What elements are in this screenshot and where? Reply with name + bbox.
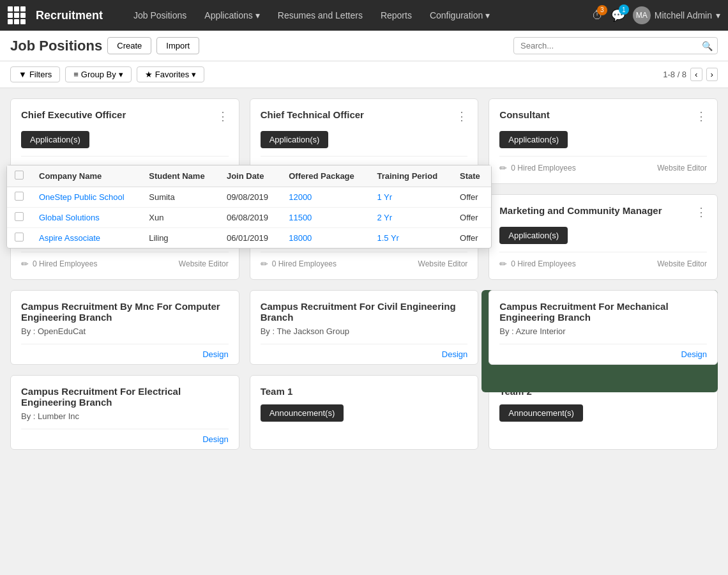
- create-button[interactable]: Create: [107, 37, 151, 54]
- table-row: OneStep Public School Sumita 09/08/2019 …: [7, 187, 491, 208]
- nav-reports[interactable]: Reports: [373, 6, 420, 24]
- nav-configuration[interactable]: Configuration ▾: [422, 6, 497, 24]
- design-link[interactable]: Design: [499, 344, 707, 364]
- job-card-marketing: Marketing and Community Manager ⋮ Applic…: [489, 194, 718, 280]
- activity-icon[interactable]: ⏱ 3: [592, 9, 603, 22]
- star-icon: ★: [145, 70, 153, 79]
- user-menu[interactable]: MA Mitchell Admin ▾: [633, 6, 720, 24]
- join-date: 06/01/2019: [219, 228, 281, 249]
- chevron-down-icon2: ▾: [192, 70, 196, 79]
- select-all-checkbox[interactable]: [15, 171, 24, 180]
- applications-button[interactable]: Application(s): [499, 227, 568, 244]
- state: Offer: [452, 187, 491, 208]
- toolbar-left: Job Positions Create Import: [10, 37, 199, 54]
- col-state: State: [452, 165, 491, 187]
- card-menu-icon[interactable]: ⋮: [217, 109, 229, 123]
- prev-page-button[interactable]: ‹: [690, 68, 702, 81]
- main-content: Chief Executive Officer ⋮ Application(s)…: [0, 88, 728, 571]
- package: 18000: [281, 228, 369, 249]
- edit-icon: ✏: [499, 259, 507, 269]
- announcement-button[interactable]: Announcement(s): [261, 404, 344, 422]
- job-card-consultant: Consultant ⋮ Application(s) ✏ 0 Hired Em…: [489, 98, 718, 184]
- join-date: 06/08/2019: [219, 208, 281, 228]
- team-card-1: Team 1 Announcement(s): [250, 375, 479, 450]
- recruit-title: Campus Recruitment For Electrical Engine…: [21, 386, 229, 408]
- app-grid-icon[interactable]: [8, 6, 26, 24]
- design-link[interactable]: Design: [21, 344, 229, 364]
- import-button[interactable]: Import: [156, 37, 199, 54]
- card-title: Chief Technical Officer: [261, 109, 364, 120]
- page-title: Job Positions: [10, 38, 102, 54]
- avatar: MA: [633, 6, 651, 24]
- card-title: Marketing and Community Manager: [499, 205, 662, 216]
- recruit-card-mechanical: Campus Recruitment For Mechanical Engine…: [489, 290, 718, 365]
- training: 1.5 Yr: [369, 228, 452, 249]
- nav-job-positions[interactable]: Job Positions: [126, 6, 194, 24]
- applications-button[interactable]: Application(s): [21, 131, 89, 148]
- team-title: Team 1: [261, 386, 468, 397]
- applications-button[interactable]: Application(s): [499, 131, 568, 148]
- search-input[interactable]: [513, 37, 718, 54]
- top-navigation: Recruitment Job Positions Applications ▾…: [0, 0, 728, 31]
- card-menu-icon[interactable]: ⋮: [456, 109, 467, 123]
- card-menu-icon[interactable]: ⋮: [695, 109, 707, 123]
- brand-name: Recruitment: [36, 9, 103, 22]
- design-link[interactable]: Design: [261, 344, 468, 364]
- toolbar: Job Positions Create Import 🔍: [0, 31, 728, 61]
- card-title: Chief Executive Officer: [21, 109, 126, 120]
- filters-button[interactable]: ▼ Filters: [10, 66, 60, 82]
- chevron-down-icon: ▾: [119, 70, 123, 79]
- row-checkbox[interactable]: [15, 233, 24, 241]
- training: 1 Yr: [369, 187, 452, 208]
- company-name[interactable]: Global Solutions: [31, 208, 141, 228]
- col-company: Company Name: [31, 165, 141, 187]
- student-name: Xun: [141, 208, 219, 228]
- training: 2 Yr: [369, 208, 452, 228]
- next-page-button[interactable]: ›: [706, 68, 718, 81]
- col-student: Student Name: [141, 165, 219, 187]
- recruit-title: Campus Recruitment For Mechanical Engine…: [499, 301, 707, 323]
- table-row: Aspire Associate Liling 06/01/2019 18000…: [7, 228, 491, 249]
- recruit-by: By : The Jackson Group: [261, 326, 468, 336]
- card-menu-icon[interactable]: ⋮: [695, 205, 707, 219]
- row-checkbox[interactable]: [15, 192, 24, 201]
- nav-applications[interactable]: Applications ▾: [197, 6, 268, 24]
- company-name[interactable]: Aspire Associate: [31, 228, 141, 249]
- student-name: Liling: [141, 228, 219, 249]
- package: 12000: [281, 187, 369, 208]
- toolbar-right: 🔍: [513, 37, 718, 54]
- design-link[interactable]: Design: [21, 429, 229, 449]
- campus-table: Company Name Student Name Join Date Offe…: [7, 165, 491, 248]
- edit-icon: ✏: [261, 259, 268, 269]
- list-icon: ≡: [73, 70, 79, 79]
- recruit-title: Campus Recruitment For Civil Engineering…: [261, 301, 468, 323]
- groupby-button[interactable]: ≡ Group By ▾: [65, 66, 132, 82]
- edit-icon: ✏: [499, 163, 507, 173]
- filter-icon: ▼: [19, 70, 27, 79]
- message-icon[interactable]: 💬 1: [611, 8, 625, 22]
- search-icon: 🔍: [702, 41, 713, 51]
- recruit-title: Campus Recruitment By Mnc For Computer E…: [21, 301, 229, 323]
- recruit-by: By : Azure Interior: [499, 326, 707, 336]
- nav-resumes[interactable]: Resumes and Letters: [270, 6, 370, 24]
- col-joindate: Join Date: [219, 165, 281, 187]
- popup-table-overlay: Company Name Student Name Join Date Offe…: [6, 165, 492, 249]
- pagination: 1-8 / 8 ‹ ›: [663, 68, 718, 81]
- recruit-by: By : Lumber Inc: [21, 411, 229, 421]
- state: Offer: [452, 228, 491, 249]
- company-name[interactable]: OneStep Public School: [31, 187, 141, 208]
- edit-icon: ✏: [21, 259, 29, 269]
- join-date: 09/08/2019: [219, 187, 281, 208]
- col-training: Training Period: [369, 165, 452, 187]
- nav-icons: ⏱ 3 💬 1 MA Mitchell Admin ▾: [592, 6, 720, 24]
- favorites-button[interactable]: ★ Favorites ▾: [137, 66, 204, 82]
- filter-left: ▼ Filters ≡ Group By ▾ ★ Favorites ▾: [10, 66, 204, 82]
- state: Offer: [452, 208, 491, 228]
- announcement-button[interactable]: Announcement(s): [499, 404, 583, 422]
- card-title: Consultant: [499, 109, 549, 120]
- row-checkbox[interactable]: [15, 212, 24, 221]
- recruit-card-civil: Campus Recruitment For Civil Engineering…: [250, 290, 479, 365]
- applications-button[interactable]: Application(s): [261, 131, 329, 148]
- filter-bar: ▼ Filters ≡ Group By ▾ ★ Favorites ▾ 1-8…: [0, 61, 728, 88]
- table-row: Global Solutions Xun 06/08/2019 11500 2 …: [7, 208, 491, 228]
